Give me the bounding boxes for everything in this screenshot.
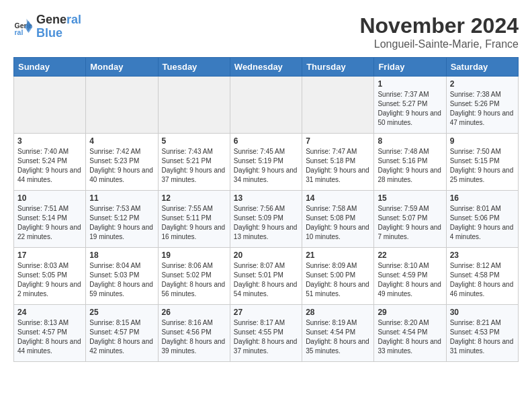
day-number: 29 — [378, 308, 442, 317]
weekday-header-row: SundayMondayTuesdayWednesdayThursdayFrid… — [14, 58, 519, 77]
weekday-header-monday: Monday — [86, 58, 158, 77]
day-info: Sunrise: 7:38 AMSunset: 5:26 PMDaylight:… — [450, 90, 515, 128]
day-number: 20 — [234, 250, 298, 260]
logo: Gene ral GeneralBlue — [13, 13, 81, 40]
calendar-cell — [302, 77, 374, 134]
day-number: 19 — [162, 250, 226, 260]
day-info: Sunrise: 7:40 AMSunset: 5:24 PMDaylight:… — [17, 147, 82, 185]
logo-text: GeneralBlue — [36, 13, 81, 40]
location-title: Longueil-Sainte-Marie, France — [359, 38, 519, 50]
calendar-cell: 24 Sunrise: 8:13 AMSunset: 4:57 PMDaylig… — [14, 305, 86, 362]
calendar-cell: 27 Sunrise: 8:17 AMSunset: 4:55 PMDaylig… — [230, 305, 302, 362]
day-number: 18 — [89, 250, 154, 260]
calendar-cell: 29 Sunrise: 8:20 AMSunset: 4:54 PMDaylig… — [374, 305, 446, 362]
day-number: 11 — [89, 193, 154, 203]
day-number: 8 — [378, 136, 442, 146]
calendar-cell: 30 Sunrise: 8:21 AMSunset: 4:53 PMDaylig… — [446, 305, 518, 362]
calendar-cell: 14 Sunrise: 7:58 AMSunset: 5:08 PMDaylig… — [302, 191, 374, 248]
calendar-cell — [14, 77, 86, 134]
day-info: Sunrise: 8:17 AMSunset: 4:55 PMDaylight:… — [234, 318, 298, 356]
calendar-week-row: 3 Sunrise: 7:40 AMSunset: 5:24 PMDayligh… — [14, 134, 519, 191]
calendar-header: SundayMondayTuesdayWednesdayThursdayFrid… — [14, 58, 519, 77]
day-number: 3 — [17, 136, 82, 146]
day-info: Sunrise: 8:12 AMSunset: 4:58 PMDaylight:… — [450, 261, 515, 299]
day-number: 23 — [450, 250, 515, 260]
calendar-week-row: 24 Sunrise: 8:13 AMSunset: 4:57 PMDaylig… — [14, 305, 519, 362]
day-info: Sunrise: 8:03 AMSunset: 5:05 PMDaylight:… — [17, 261, 82, 299]
day-info: Sunrise: 8:16 AMSunset: 4:56 PMDaylight:… — [162, 318, 226, 356]
calendar-cell: 15 Sunrise: 7:59 AMSunset: 5:07 PMDaylig… — [374, 191, 446, 248]
calendar-cell: 5 Sunrise: 7:43 AMSunset: 5:21 PMDayligh… — [158, 134, 230, 191]
calendar-cell: 2 Sunrise: 7:38 AMSunset: 5:26 PMDayligh… — [446, 77, 518, 134]
day-info: Sunrise: 8:04 AMSunset: 5:03 PMDaylight:… — [89, 261, 154, 299]
day-number: 9 — [450, 136, 515, 146]
weekday-header-saturday: Saturday — [446, 58, 518, 77]
weekday-header-wednesday: Wednesday — [230, 58, 302, 77]
day-number: 30 — [450, 308, 515, 317]
calendar-table: SundayMondayTuesdayWednesdayThursdayFrid… — [13, 57, 519, 362]
day-info: Sunrise: 8:01 AMSunset: 5:06 PMDaylight:… — [450, 204, 515, 242]
calendar-week-row: 1 Sunrise: 7:37 AMSunset: 5:27 PMDayligh… — [14, 77, 519, 134]
day-info: Sunrise: 7:37 AMSunset: 5:27 PMDaylight:… — [378, 90, 442, 128]
day-info: Sunrise: 8:06 AMSunset: 5:02 PMDaylight:… — [162, 261, 226, 299]
calendar-cell: 8 Sunrise: 7:48 AMSunset: 5:16 PMDayligh… — [374, 134, 446, 191]
calendar-cell: 17 Sunrise: 8:03 AMSunset: 5:05 PMDaylig… — [14, 248, 86, 305]
calendar-body: 1 Sunrise: 7:37 AMSunset: 5:27 PMDayligh… — [14, 77, 519, 362]
calendar-cell — [230, 77, 302, 134]
day-info: Sunrise: 7:55 AMSunset: 5:11 PMDaylight:… — [162, 204, 226, 242]
calendar-cell: 25 Sunrise: 8:15 AMSunset: 4:57 PMDaylig… — [86, 305, 158, 362]
calendar-cell: 26 Sunrise: 8:16 AMSunset: 4:56 PMDaylig… — [158, 305, 230, 362]
calendar-cell — [86, 77, 158, 134]
calendar-cell: 13 Sunrise: 7:56 AMSunset: 5:09 PMDaylig… — [230, 191, 302, 248]
day-number: 4 — [89, 136, 154, 146]
day-info: Sunrise: 8:13 AMSunset: 4:57 PMDaylight:… — [17, 318, 82, 356]
day-number: 7 — [306, 136, 370, 146]
calendar-cell: 23 Sunrise: 8:12 AMSunset: 4:58 PMDaylig… — [446, 248, 518, 305]
weekday-header-thursday: Thursday — [302, 58, 374, 77]
calendar-cell: 18 Sunrise: 8:04 AMSunset: 5:03 PMDaylig… — [86, 248, 158, 305]
day-info: Sunrise: 8:20 AMSunset: 4:54 PMDaylight:… — [378, 318, 442, 356]
page-header: Gene ral GeneralBlue November 2024 Longu… — [13, 13, 519, 50]
calendar-cell: 3 Sunrise: 7:40 AMSunset: 5:24 PMDayligh… — [14, 134, 86, 191]
day-info: Sunrise: 7:58 AMSunset: 5:08 PMDaylight:… — [306, 204, 370, 242]
day-number: 24 — [17, 308, 82, 317]
calendar-cell: 9 Sunrise: 7:50 AMSunset: 5:15 PMDayligh… — [446, 134, 518, 191]
day-info: Sunrise: 8:07 AMSunset: 5:01 PMDaylight:… — [234, 261, 298, 299]
calendar-week-row: 10 Sunrise: 7:51 AMSunset: 5:14 PMDaylig… — [14, 191, 519, 248]
day-number: 6 — [234, 136, 298, 146]
day-number: 25 — [89, 308, 154, 317]
calendar-cell — [158, 77, 230, 134]
day-number: 13 — [234, 193, 298, 203]
calendar-cell: 11 Sunrise: 7:53 AMSunset: 5:12 PMDaylig… — [86, 191, 158, 248]
day-number: 16 — [450, 193, 515, 203]
calendar-cell: 16 Sunrise: 8:01 AMSunset: 5:06 PMDaylig… — [446, 191, 518, 248]
day-info: Sunrise: 7:48 AMSunset: 5:16 PMDaylight:… — [378, 147, 442, 185]
calendar-cell: 6 Sunrise: 7:45 AMSunset: 5:19 PMDayligh… — [230, 134, 302, 191]
calendar-cell: 7 Sunrise: 7:47 AMSunset: 5:18 PMDayligh… — [302, 134, 374, 191]
day-number: 15 — [378, 193, 442, 203]
calendar-cell: 12 Sunrise: 7:55 AMSunset: 5:11 PMDaylig… — [158, 191, 230, 248]
weekday-header-tuesday: Tuesday — [158, 58, 230, 77]
day-info: Sunrise: 7:51 AMSunset: 5:14 PMDaylight:… — [17, 204, 82, 242]
day-info: Sunrise: 8:19 AMSunset: 4:54 PMDaylight:… — [306, 318, 370, 356]
day-number: 22 — [378, 250, 442, 260]
weekday-header-sunday: Sunday — [14, 58, 86, 77]
day-info: Sunrise: 7:42 AMSunset: 5:23 PMDaylight:… — [89, 147, 154, 185]
day-info: Sunrise: 8:15 AMSunset: 4:57 PMDaylight:… — [89, 318, 154, 356]
day-info: Sunrise: 8:09 AMSunset: 5:00 PMDaylight:… — [306, 261, 370, 299]
calendar-cell: 20 Sunrise: 8:07 AMSunset: 5:01 PMDaylig… — [230, 248, 302, 305]
calendar-cell: 1 Sunrise: 7:37 AMSunset: 5:27 PMDayligh… — [374, 77, 446, 134]
day-number: 2 — [450, 79, 515, 89]
day-info: Sunrise: 7:56 AMSunset: 5:09 PMDaylight:… — [234, 204, 298, 242]
day-info: Sunrise: 8:21 AMSunset: 4:53 PMDaylight:… — [450, 318, 515, 356]
calendar-cell: 19 Sunrise: 8:06 AMSunset: 5:02 PMDaylig… — [158, 248, 230, 305]
day-number: 28 — [306, 308, 370, 317]
calendar-week-row: 17 Sunrise: 8:03 AMSunset: 5:05 PMDaylig… — [14, 248, 519, 305]
title-area: November 2024 Longueil-Sainte-Marie, Fra… — [359, 13, 519, 50]
calendar-cell: 28 Sunrise: 8:19 AMSunset: 4:54 PMDaylig… — [302, 305, 374, 362]
calendar-cell: 10 Sunrise: 7:51 AMSunset: 5:14 PMDaylig… — [14, 191, 86, 248]
logo-icon: Gene ral — [13, 17, 34, 37]
svg-text:ral: ral — [15, 28, 24, 36]
weekday-header-friday: Friday — [374, 58, 446, 77]
month-title: November 2024 — [359, 13, 519, 38]
